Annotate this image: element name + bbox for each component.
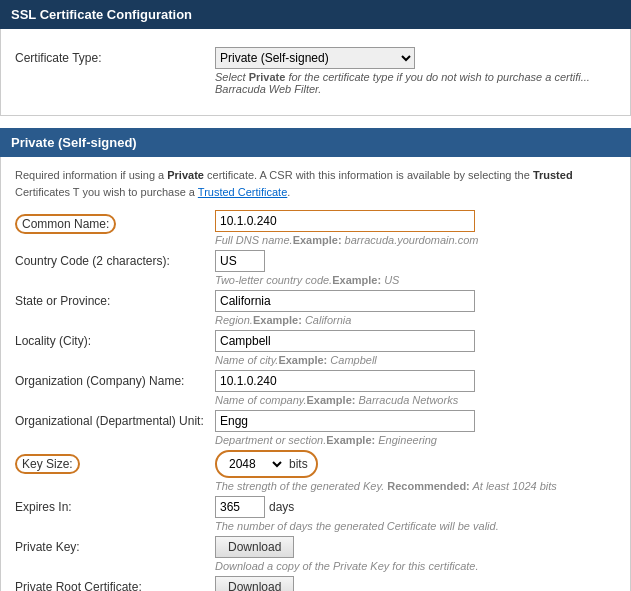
key-size-unit: bits (289, 457, 308, 471)
org-label: Organization (Company) Name: (15, 370, 215, 388)
private-key-download-button[interactable]: Download (215, 536, 294, 558)
private-root-row: Private Root Certificate: Download Downl… (15, 576, 616, 591)
intro-text: Required information if using a Private … (15, 167, 616, 200)
org-input[interactable] (215, 370, 475, 392)
cert-type-hint: Select Private for the certificate type … (215, 71, 616, 95)
locality-field: Name of city.Example: Campbell (215, 330, 616, 366)
country-code-row: Country Code (2 characters): Two-letter … (15, 250, 616, 286)
common-name-hint: Full DNS name.Example: barracuda.yourdom… (215, 234, 616, 246)
org-unit-label: Organizational (Departmental) Unit: (15, 410, 215, 428)
common-name-field: Full DNS name.Example: barracuda.yourdom… (215, 210, 616, 246)
expires-field: days The number of days the generated Ce… (215, 496, 616, 532)
page-title: SSL Certificate Configuration (0, 0, 631, 29)
org-unit-field: Department or section.Example: Engineeri… (215, 410, 616, 446)
private-key-row: Private Key: Download Download a copy of… (15, 536, 616, 572)
cert-type-select[interactable]: Private (Self-signed) Trusted Certificat… (215, 47, 415, 69)
state-hint: Region.Example: California (215, 314, 616, 326)
locality-label: Locality (City): (15, 330, 215, 348)
locality-input[interactable] (215, 330, 475, 352)
private-section-header: Private (Self-signed) (0, 128, 631, 157)
expires-label: Expires In: (15, 496, 215, 514)
key-size-row: Key Size: 1024 2048 4096 bits The streng… (15, 450, 616, 492)
country-code-field: Two-letter country code.Example: US (215, 250, 616, 286)
country-code-input[interactable] (215, 250, 265, 272)
org-hint: Name of company.Example: Barracuda Netwo… (215, 394, 616, 406)
org-unit-row: Organizational (Departmental) Unit: Depa… (15, 410, 616, 446)
expires-unit: days (269, 500, 294, 514)
common-name-row: Common Name: Full DNS name.Example: barr… (15, 210, 616, 246)
private-root-download-button[interactable]: Download (215, 576, 294, 591)
state-label: State or Province: (15, 290, 215, 308)
org-row: Organization (Company) Name: Name of com… (15, 370, 616, 406)
common-name-input[interactable] (215, 210, 475, 232)
locality-row: Locality (City): Name of city.Example: C… (15, 330, 616, 366)
key-size-select[interactable]: 1024 2048 4096 (225, 454, 285, 474)
org-unit-hint: Department or section.Example: Engineeri… (215, 434, 616, 446)
key-size-label: Key Size: (15, 450, 215, 474)
private-root-field: Download Download the Private Root Certi… (215, 576, 616, 591)
key-size-field: 1024 2048 4096 bits The strength of the … (215, 450, 616, 492)
title-text: SSL Certificate Configuration (11, 7, 192, 22)
private-root-label: Private Root Certificate: (15, 576, 215, 591)
state-row: State or Province: Region.Example: Calif… (15, 290, 616, 326)
trusted-cert-link[interactable]: Trusted Certificate (198, 186, 287, 198)
private-key-label: Private Key: (15, 536, 215, 554)
country-code-hint: Two-letter country code.Example: US (215, 274, 616, 286)
private-key-hint: Download a copy of the Private Key for t… (215, 560, 616, 572)
expires-row: Expires In: days The number of days the … (15, 496, 616, 532)
state-field: Region.Example: California (215, 290, 616, 326)
org-unit-input[interactable] (215, 410, 475, 432)
state-input[interactable] (215, 290, 475, 312)
common-name-label: Common Name: (15, 210, 215, 234)
cert-type-label: Certificate Type: (15, 47, 215, 65)
key-size-hint: The strength of the generated Key. Recom… (215, 480, 616, 492)
locality-hint: Name of city.Example: Campbell (215, 354, 616, 366)
expires-hint: The number of days the generated Certifi… (215, 520, 616, 532)
org-field: Name of company.Example: Barracuda Netwo… (215, 370, 616, 406)
expires-input[interactable] (215, 496, 265, 518)
private-key-field: Download Download a copy of the Private … (215, 536, 616, 572)
country-code-label: Country Code (2 characters): (15, 250, 215, 268)
